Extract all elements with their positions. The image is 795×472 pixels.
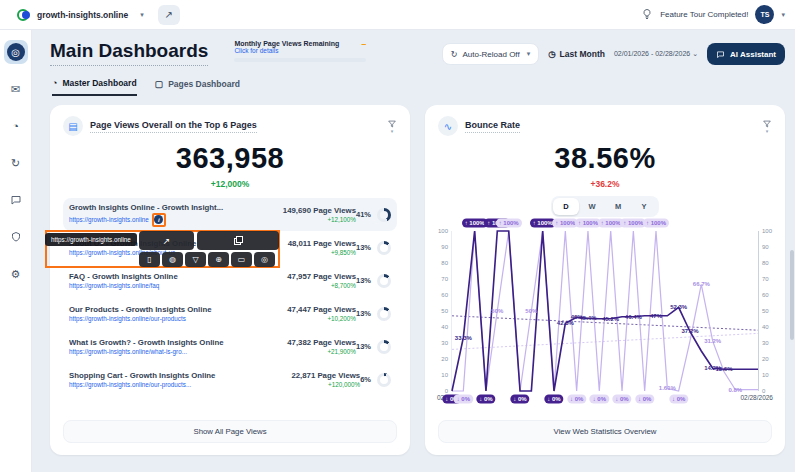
- funnel-icon: [387, 119, 397, 129]
- tab-pages-dashboard[interactable]: ▢ Pages Dashboard: [155, 78, 240, 96]
- info-icon[interactable]: i: [154, 215, 163, 224]
- site-name[interactable]: growth-insights.online: [37, 10, 128, 20]
- share-donut: [377, 208, 391, 222]
- chart-point-label: 37.2%: [681, 327, 698, 336]
- ai-assistant-button[interactable]: AI Assistant: [707, 43, 785, 65]
- page-url-link[interactable]: https://growth-insights.online/what-is-g…: [69, 348, 187, 355]
- sidebar-item-chat[interactable]: [4, 188, 28, 212]
- bounce-rate-chart: 0102030405060708090100 ↑ 100%↑ 100%↑ 100…: [435, 231, 775, 391]
- filter-button[interactable]: ▾: [762, 119, 772, 134]
- target-icon[interactable]: ◎: [254, 252, 275, 267]
- inbox-icon: ✉: [11, 83, 20, 96]
- x-axis-end-label: 02/28/2026: [740, 394, 773, 401]
- shield-icon: [10, 231, 22, 243]
- page-rows: Growth Insights Online - Growth Insight.…: [50, 198, 410, 396]
- chart-point-label: ↓ 0%: [635, 395, 654, 404]
- share-donut: [377, 340, 391, 354]
- show-all-page-views-button[interactable]: Show All Page Views: [63, 420, 397, 443]
- chart-point-label: ↓ 0%: [544, 395, 563, 404]
- quota-widget[interactable]: Monthly Page Views Remaining – Click for…: [234, 40, 366, 62]
- sidebar-item-dashboard[interactable]: ◎: [4, 40, 28, 64]
- chart-point-label: ↓ 0%: [669, 395, 688, 404]
- table-row[interactable]: Shopping Cart - Growth Insights Online h…: [63, 363, 397, 396]
- chart-plot[interactable]: ↑ 100%↑ 100%↑ 100%↑ 100%↑ 100%↑ 100%↑ 10…: [451, 231, 759, 391]
- auto-reload-dropdown[interactable]: ↻ Auto-Reload Off ▾: [442, 43, 539, 65]
- refresh-icon: ↻: [451, 50, 458, 59]
- quota-label: Monthly Page Views Remaining: [234, 40, 339, 47]
- globe-icon[interactable]: ◍: [162, 252, 183, 267]
- total-page-views: 363,958: [50, 142, 410, 175]
- page-views-card: ▤ Page Views Overall on the Top 6 Pages …: [50, 105, 410, 455]
- tab-master-dashboard[interactable]: ◔ Master Dashboard: [52, 78, 137, 96]
- sidebar-item-sync[interactable]: ↻: [4, 151, 28, 175]
- chart-icon: ∿: [438, 116, 458, 136]
- bounce-rate-change: +36.2%: [425, 179, 785, 189]
- date-range-label: 02/01/2026 - 02/28/2026: [614, 50, 690, 57]
- main-area: Main Dashboards Monthly Page Views Remai…: [32, 30, 795, 472]
- share-donut: [377, 307, 391, 321]
- chat-icon: [10, 194, 22, 206]
- clock-icon: ◷: [548, 49, 555, 59]
- feature-tour-label[interactable]: Feature Tour Completed!: [660, 10, 748, 19]
- funnel-icon: [762, 119, 772, 129]
- highlight-box: i: [152, 213, 166, 227]
- chart-point-label: 46.4%: [625, 312, 642, 321]
- sidebar-item-security[interactable]: [4, 225, 28, 249]
- period-label: Last Month: [560, 49, 605, 59]
- open-site-button[interactable]: ↗: [158, 5, 180, 25]
- chart-point-label: ↓ 0%: [510, 395, 529, 404]
- table-row[interactable]: FAQ - Growth Insights Online https://gro…: [63, 264, 397, 297]
- card-title: Bounce Rate: [465, 120, 520, 133]
- chart-point-label: ↓ 0%: [567, 395, 586, 404]
- chevron-down-icon[interactable]: ▾: [781, 11, 785, 19]
- range-month-button[interactable]: M: [605, 198, 631, 215]
- quota-details-link[interactable]: Click for details: [234, 47, 366, 54]
- video-icon[interactable]: ▭: [231, 252, 252, 267]
- page-url-link[interactable]: https://growth-insights.online/our-produ…: [69, 381, 191, 388]
- crosshair-icon[interactable]: ⊕: [208, 252, 229, 267]
- sidebar-item-settings[interactable]: ⚙: [4, 262, 28, 286]
- external-link-icon: ↗: [163, 236, 171, 246]
- chart-point-label: ↑ 100%: [643, 219, 669, 228]
- filter-button[interactable]: ▾: [387, 119, 397, 134]
- copy-button[interactable]: [197, 231, 279, 250]
- chart-point-label: ↓ 0%: [476, 395, 495, 404]
- table-row[interactable]: Growth Insights Online - Growth Insight.…: [63, 198, 397, 231]
- chart-point-label: 31.2%: [704, 337, 721, 346]
- share-donut: [377, 274, 391, 288]
- table-row[interactable]: What is Growth? - Growth Insights Online…: [63, 330, 397, 363]
- period-selector[interactable]: ◷ Last Month: [548, 49, 605, 59]
- y-axis-right: 0102030405060708090100: [759, 231, 775, 391]
- page-url-link[interactable]: https://growth-insights.online/faq: [69, 282, 159, 289]
- avatar[interactable]: TS: [755, 5, 774, 24]
- chart-point-label: 52.3%: [670, 303, 687, 312]
- chevron-down-icon[interactable]: ▾: [140, 11, 144, 19]
- sidebar-item-inbox[interactable]: ✉: [4, 77, 28, 101]
- copy-icon: [234, 236, 243, 245]
- mobile-icon[interactable]: ▯: [139, 252, 160, 267]
- page-url-link[interactable]: https://growth-insights.online/our-produ…: [69, 315, 186, 322]
- range-day-button[interactable]: D: [553, 198, 579, 215]
- site-logo-icon: [16, 8, 30, 22]
- chat-bubble-icon: [716, 50, 725, 59]
- top-bar: growth-insights.online ▾ ↗ Feature Tour …: [0, 0, 795, 30]
- funnel-icon[interactable]: ▽: [185, 252, 206, 267]
- table-row[interactable]: Our Products - Growth Insights Online ht…: [63, 297, 397, 330]
- view-web-statistics-button[interactable]: View Web Statistics Overview: [438, 420, 772, 443]
- total-change: +12,000%: [50, 179, 410, 189]
- sync-icon: ↻: [11, 157, 20, 170]
- range-week-button[interactable]: W: [579, 198, 605, 215]
- chart-point-label: 1.61%: [659, 384, 676, 393]
- y-axis-left: 0102030405060708090100: [435, 231, 451, 391]
- page-title: Main Dashboards: [50, 40, 208, 66]
- chart-labels: ↑ 100%↑ 100%↑ 100%↑ 100%↑ 100%↑ 100%↑ 10…: [452, 231, 758, 391]
- page-url-link[interactable]: https://growth-insights.online: [69, 216, 149, 223]
- lightbulb-icon: [641, 6, 653, 24]
- page-scrollbar[interactable]: [790, 250, 794, 340]
- range-year-button[interactable]: Y: [631, 198, 657, 215]
- gear-icon: ⚙: [11, 268, 21, 281]
- sidebar: ◎ ✉ ◔ ↻ ⚙: [0, 30, 32, 472]
- sidebar-item-analytics[interactable]: ◔: [4, 114, 28, 138]
- date-range-selector[interactable]: 02/01/2026 - 02/28/2026 ⌄: [614, 50, 698, 58]
- open-in-new-tab-button[interactable]: ↗: [139, 231, 194, 250]
